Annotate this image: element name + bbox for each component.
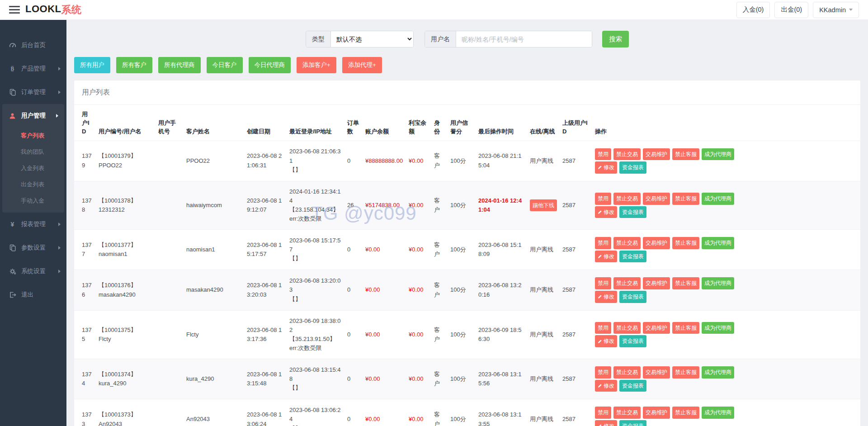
orders-cell: 0 [344,359,363,399]
online-cell: 用户离线 [527,359,560,399]
sidebar-subitem-manual-deposit[interactable]: 手动入金 [2,193,64,209]
fund-report-button[interactable]: 资金报表 [619,380,646,392]
become-agent-button[interactable]: 成为代理商 [702,366,734,379]
username: 12312312 [99,205,153,214]
online-cell: 用户离线 [527,399,560,426]
fund-report-button[interactable]: 资金报表 [619,161,646,174]
libao-cell: ¥0.00 [406,270,431,310]
forbid-trade-button[interactable]: 禁止交易 [613,237,641,249]
column-header-identity: 身份 [431,105,448,141]
edit-button[interactable]: 修改 [595,251,617,263]
sidebar-item-home[interactable]: 后台首页 [0,33,66,57]
all-agents-button[interactable]: 所有代理商 [158,57,201,73]
identity-cell: 客户 [431,181,448,230]
sidebar-item-products[interactable]: B 产品管理 [0,57,66,80]
forbid-service-button[interactable]: 禁止客服 [672,366,699,379]
disable-button[interactable]: 禁用 [595,322,611,334]
edit-button[interactable]: 修改 [595,335,617,347]
action-button-row: 修改资金报表 [595,161,858,174]
menu-toggle-icon[interactable] [9,4,20,15]
trade-maintenance-button[interactable]: 交易维护 [643,193,670,205]
edit-button[interactable]: 修改 [595,206,617,218]
balance-cell: ¥0.00 [363,310,406,359]
forbid-service-button[interactable]: 禁止客服 [672,322,699,334]
become-agent-button[interactable]: 成为代理商 [702,193,734,205]
username-input[interactable] [456,31,592,47]
forbid-service-button[interactable]: 禁止客服 [672,193,699,205]
last-op-cell: 2024-01-16 12:41:04 [476,181,527,230]
type-select[interactable]: 默认不选 [331,31,413,47]
become-agent-button[interactable]: 成为代理商 [702,322,734,334]
forbid-trade-button[interactable]: 禁止交易 [613,407,641,419]
trade-maintenance-button[interactable]: 交易维护 [643,322,670,334]
real-name-cell: haiwaiymcom [184,181,244,230]
sidebar-item-logout[interactable]: 退出 [0,283,66,307]
sidebar-subitem-customer-list[interactable]: 客户列表 [2,128,64,144]
trade-maintenance-button[interactable]: 交易维护 [643,277,670,289]
trade-maintenance-button[interactable]: 交易维护 [643,407,670,419]
all-users-button[interactable]: 所有用户 [74,57,110,73]
edit-button[interactable]: 修改 [595,291,617,303]
forbid-trade-button[interactable]: 禁止交易 [613,148,641,161]
balance-cell: ¥0.00 [363,399,406,426]
fund-report-button[interactable]: 资金报表 [619,335,646,347]
sidebar-item-users[interactable]: 用户管理 [2,104,64,128]
disable-button[interactable]: 禁用 [595,193,611,205]
add-agent-button[interactable]: 添加代理+ [342,57,382,73]
become-agent-button[interactable]: 成为代理商 [702,407,734,419]
edit-button[interactable]: 修改 [595,420,617,426]
user-menu[interactable]: KKadmin [813,2,859,18]
forbid-service-button[interactable]: 禁止客服 [672,148,699,161]
sidebar-subitem-withdraw-list[interactable]: 出金列表 [2,176,64,193]
withdraw-button[interactable]: 出金(0) [774,2,808,18]
today-customers-button[interactable]: 今日客户 [207,57,243,73]
become-agent-button[interactable]: 成为代理商 [702,237,734,249]
real-name-cell: An92043 [184,399,244,426]
deposit-button[interactable]: 入金(0) [736,2,770,18]
sidebar-subitem-my-team[interactable]: 我的团队 [2,144,64,160]
sidebar-item-system[interactable]: 系统设置 [0,260,66,283]
forbid-trade-button[interactable]: 禁止交易 [613,193,641,205]
disable-button[interactable]: 禁用 [595,148,611,161]
forbid-service-button[interactable]: 禁止客服 [672,237,699,249]
today-agents-button[interactable]: 今日代理商 [249,57,291,73]
forbid-trade-button[interactable]: 禁止交易 [613,322,641,334]
disable-button[interactable]: 禁用 [595,237,611,249]
credit-cell: 100分 [448,181,476,230]
fund-report-button[interactable]: 资金报表 [619,420,646,426]
table-row: 1373 【10001373】 An92043 An92043 2023-06-… [74,399,860,426]
user-id-cell: 1378 [74,181,96,230]
fund-report-button[interactable]: 资金报表 [619,251,646,263]
action-button-row: 修改资金报表 [595,420,858,426]
table-row: 1375 【10001375】 Flcty Flcty 2023-06-08 1… [74,310,860,359]
forbid-service-button[interactable]: 禁止客服 [672,277,699,289]
trade-maintenance-button[interactable]: 交易维护 [643,366,670,379]
action-button-row: 禁用禁止交易交易维护禁止客服成为代理商 [595,277,858,289]
search-button[interactable]: 搜索 [602,31,629,47]
forbid-trade-button[interactable]: 禁止交易 [613,366,641,379]
sidebar-item-orders[interactable]: 订单管理 [0,80,66,104]
forbid-service-button[interactable]: 禁止客服 [672,407,699,419]
disable-button[interactable]: 禁用 [595,407,611,419]
become-agent-button[interactable]: 成为代理商 [702,148,734,161]
forbid-trade-button[interactable]: 禁止交易 [613,277,641,289]
all-customers-button[interactable]: 所有客户 [116,57,152,73]
last-login-cell: 2023-06-09 18:38:02【35.213.91.50】err:次数受… [287,310,344,359]
become-agent-button[interactable]: 成为代理商 [702,277,734,289]
disable-button[interactable]: 禁用 [595,277,611,289]
sidebar-subitem-deposit-list[interactable]: 入金列表 [2,160,64,176]
fund-report-button[interactable]: 资金报表 [619,206,646,218]
disable-button[interactable]: 禁用 [595,366,611,379]
username: masakan4290 [99,290,153,299]
fund-report-button[interactable]: 资金报表 [619,291,646,303]
trade-maintenance-button[interactable]: 交易维护 [643,237,670,249]
edit-button[interactable]: 修改 [595,380,617,392]
add-customer-button[interactable]: 添加客户+ [297,57,336,73]
phone-cell [156,230,184,270]
column-header-libao: 利宝余额 [406,105,431,141]
trade-maintenance-button[interactable]: 交易维护 [643,148,670,161]
sidebar-item-reports[interactable]: ¥ 报表管理 [0,213,66,236]
kick-offline-button[interactable]: 踢他下线 [530,199,557,212]
edit-button[interactable]: 修改 [595,161,617,174]
sidebar-item-params[interactable]: 参数设置 [0,236,66,260]
